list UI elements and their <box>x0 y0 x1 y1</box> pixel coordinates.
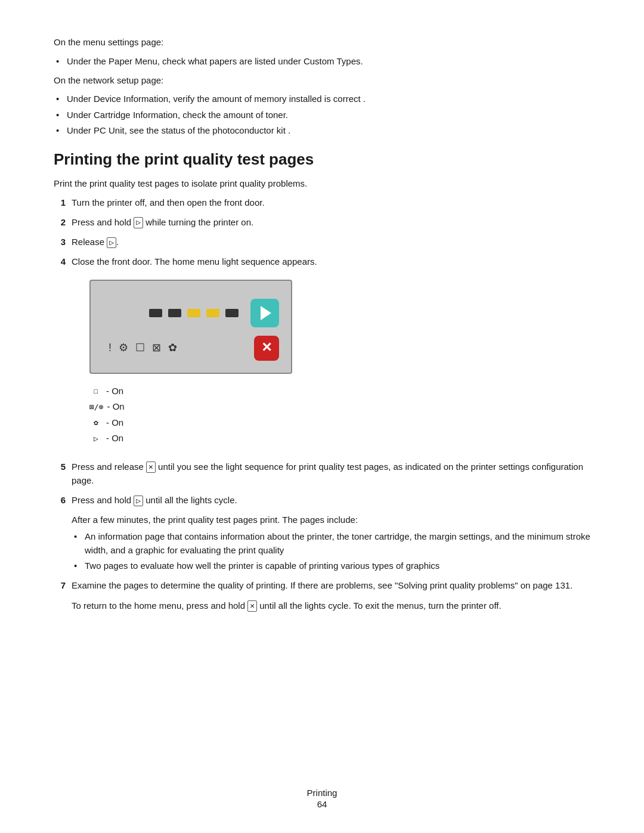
step-1: 1 Turn the printer off, and then open th… <box>54 196 590 209</box>
bulb-icon: ✿ <box>168 340 177 357</box>
doc-icon: ☐ <box>135 340 145 357</box>
legend-icon-bulb: ✿ <box>89 417 103 429</box>
menu-settings-label: On the menu settings page: <box>54 36 590 49</box>
footer-page-number: 64 <box>0 799 644 809</box>
legend-item-4: ▷ - On <box>89 432 590 445</box>
led-dark-1 <box>149 309 162 317</box>
led-dark-3 <box>225 309 239 317</box>
legend-label-2: - On <box>107 400 124 414</box>
step6-bullets: An information page that contains inform… <box>72 529 590 573</box>
menu-bullet-item: Under the Paper Menu, check what papers … <box>54 54 590 68</box>
display-bottom-row: ! ⚙ ☐ ⊠ ✿ <box>103 336 279 361</box>
legend-label-3: - On <box>106 416 123 430</box>
network-bullet-item: Under PC Unit, see the status of the pho… <box>54 123 590 137</box>
led-yellow-1 <box>187 309 200 317</box>
step-4-num: 4 <box>54 255 66 453</box>
step-6: 6 Press and hold ▷ until all the lights … <box>54 493 590 507</box>
steps-list-2: 7 Examine the pages to determine the qua… <box>54 578 590 592</box>
step-2-content: Press and hold ▷ while turning the print… <box>72 215 590 229</box>
network-bullets: Under Device Information, verify the amo… <box>54 92 590 137</box>
cartridge-icon: ⊠ <box>152 340 161 357</box>
network-bullet-item: Under Device Information, verify the amo… <box>54 92 590 106</box>
step6-note: After a few minutes, the print quality t… <box>72 513 590 572</box>
footer-title: Printing <box>0 788 644 798</box>
legend-label-1: - On <box>106 385 123 398</box>
cancel-button-display <box>254 336 279 361</box>
step-7-content: Examine the pages to determine the quali… <box>72 578 590 592</box>
x-icon-step5: ✕ <box>146 462 156 473</box>
step-6-content: Press and hold ▷ until all the lights cy… <box>72 493 590 507</box>
legend-icon-cart: ⊠/⊗ <box>89 401 103 413</box>
status-legend: ☐ - On ⊠/⊗ - On ✿ - On ▷ - On <box>89 385 590 445</box>
step-5-num: 5 <box>54 460 66 488</box>
final-note: To return to the home menu, press and ho… <box>72 599 590 612</box>
step-1-num: 1 <box>54 196 66 209</box>
step-6-num: 6 <box>54 493 66 507</box>
step6-bullet-item: Two pages to evaluate how well the print… <box>72 559 590 572</box>
network-setup-label: On the network setup page: <box>54 74 590 88</box>
step-2: 2 Press and hold ▷ while turning the pri… <box>54 215 590 229</box>
page-footer: Printing 64 <box>0 788 644 809</box>
legend-item-3: ✿ - On <box>89 416 590 430</box>
step-3-num: 3 <box>54 235 66 249</box>
exclaim-icon: ! <box>109 340 112 357</box>
page-content: On the menu settings page: Under the Pap… <box>0 0 644 678</box>
legend-item-2: ⊠/⊗ - On <box>89 400 590 414</box>
legend-icon-play: ▷ <box>89 433 103 445</box>
wrench-icon: ⚙ <box>119 340 128 357</box>
menu-bullets: Under the Paper Menu, check what papers … <box>54 54 590 68</box>
section-title: Printing the print quality test pages <box>54 150 590 169</box>
step-7: 7 Examine the pages to determine the qua… <box>54 578 590 592</box>
step-7-num: 7 <box>54 578 66 592</box>
step-3: 3 Release ▷. <box>54 235 590 249</box>
led-yellow-2 <box>206 309 219 317</box>
network-bullet-item: Under Cartridge Information, check the a… <box>54 108 590 122</box>
legend-item-1: ☐ - On <box>89 385 590 398</box>
led-dark-2 <box>168 309 181 317</box>
step-5: 5 Press and release ✕ until you see the … <box>54 460 590 488</box>
step-5-content: Press and release ✕ until you see the li… <box>72 460 590 488</box>
legend-icon-doc: ☐ <box>89 385 103 397</box>
step-1-content: Turn the printer off, and then open the … <box>72 196 590 209</box>
step-4: 4 Close the front door. The home menu li… <box>54 255 590 453</box>
play-icon-step6: ▷ <box>134 496 143 507</box>
step6-note-text: After a few minutes, the print quality t… <box>72 515 358 525</box>
play-icon-step3: ▷ <box>107 237 116 249</box>
step-2-num: 2 <box>54 215 66 229</box>
section-intro: Print the print quality test pages to is… <box>54 177 590 191</box>
printer-display: ! ⚙ ☐ ⊠ ✿ <box>89 280 292 374</box>
x-icon-final: ✕ <box>247 600 257 612</box>
legend-label-4: - On <box>106 432 123 445</box>
step-3-content: Release ▷. <box>72 235 590 249</box>
play-icon-step2: ▷ <box>134 217 143 228</box>
steps-list: 1 Turn the printer off, and then open th… <box>54 196 590 507</box>
step-4-content: Close the front door. The home menu ligh… <box>72 255 590 453</box>
play-button-display <box>250 299 279 327</box>
step6-bullet-item: An information page that contains inform… <box>72 529 590 558</box>
display-top-row <box>103 299 279 327</box>
